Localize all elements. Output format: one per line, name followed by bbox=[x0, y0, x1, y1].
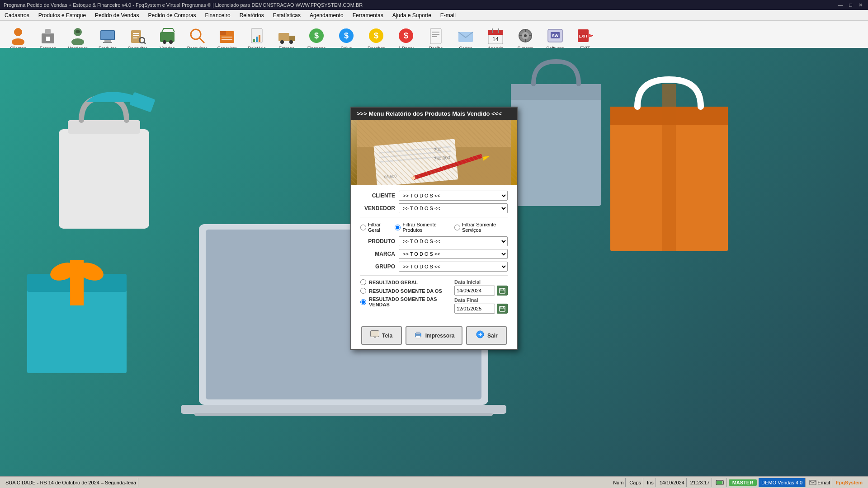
minimize-button[interactable]: — bbox=[836, 2, 844, 8]
caixa-icon: $ bbox=[337, 26, 356, 45]
marca-select[interactable]: >> T O D O S << bbox=[399, 249, 508, 259]
maximize-button[interactable]: □ bbox=[847, 2, 854, 8]
filtrar-servicos-radio[interactable] bbox=[454, 225, 460, 230]
svg-rect-74 bbox=[662, 84, 676, 251]
data-final-calendar-btn[interactable] bbox=[497, 304, 508, 314]
window-controls[interactable]: — □ ✕ bbox=[836, 2, 864, 8]
calendar-icon bbox=[499, 287, 505, 294]
svg-rect-42 bbox=[430, 28, 441, 44]
status-battery bbox=[714, 478, 727, 487]
produtos-icon bbox=[98, 26, 117, 45]
svg-rect-76 bbox=[511, 84, 601, 100]
filtrar-servicos-option[interactable]: Filtrar Somente Serviços bbox=[454, 222, 508, 233]
resultado-os-radio[interactable] bbox=[360, 288, 366, 294]
svg-point-1 bbox=[12, 38, 24, 45]
grupo-row: GRUPO >> T O D O S << bbox=[360, 262, 508, 272]
close-button[interactable]: ✕ bbox=[857, 2, 864, 8]
menu-bar: Cadastros Produtos e Estoque Pedido de V… bbox=[0, 10, 868, 21]
grupo-select[interactable]: >> T O D O S << bbox=[399, 262, 508, 272]
software-icon: SW bbox=[546, 26, 565, 45]
resultado-vendas-radio[interactable] bbox=[360, 299, 366, 305]
resultado-geral-label: RESULTADO GERAL bbox=[369, 280, 418, 285]
svg-rect-29 bbox=[256, 37, 258, 42]
resultado-geral-option[interactable]: RESULTADO GERAL bbox=[360, 279, 447, 285]
receber-icon: $ bbox=[367, 26, 386, 45]
menu-pedido-compras[interactable]: Pedido de Compras bbox=[144, 11, 201, 20]
svg-point-54 bbox=[524, 34, 527, 37]
filter-radio-group: Filtrar Geral Filtrar Somente Produtos F… bbox=[360, 222, 508, 233]
svg-point-0 bbox=[14, 28, 22, 36]
grupo-label: GRUPO bbox=[360, 263, 399, 270]
filtrar-produtos-label: Filtrar Somente Produtos bbox=[402, 222, 449, 233]
menu-ajuda[interactable]: Ajuda e Suporte bbox=[388, 11, 436, 20]
impressora-icon bbox=[414, 330, 423, 341]
svg-point-32 bbox=[280, 40, 284, 44]
sair-button[interactable]: Sair bbox=[466, 326, 507, 345]
resultado-geral-radio[interactable] bbox=[360, 279, 366, 285]
modal-header-image: 300 360,000 86,500 bbox=[351, 120, 517, 185]
data-inicial-calendar-btn[interactable] bbox=[497, 286, 508, 296]
data-inicial-input[interactable] bbox=[454, 286, 495, 296]
svg-rect-31 bbox=[278, 33, 289, 41]
status-right: Num Caps Ins 14/10/2024 21:23:17 MASTER … bbox=[611, 478, 864, 487]
menu-cadastros[interactable]: Cadastros bbox=[0, 11, 34, 20]
filtrar-geral-radio[interactable] bbox=[360, 225, 366, 230]
menu-relatorios[interactable]: Relatórios bbox=[235, 11, 269, 20]
battery-icon bbox=[716, 479, 725, 486]
data-final-input[interactable] bbox=[454, 304, 495, 314]
cartas-icon bbox=[456, 26, 475, 45]
relatorio-icon bbox=[247, 26, 266, 45]
tela-button[interactable]: Tela bbox=[361, 326, 402, 345]
svg-rect-65 bbox=[68, 120, 140, 134]
svg-text:$: $ bbox=[314, 31, 319, 40]
vendedor-row: VENDEDOR >> T O D O S << bbox=[360, 203, 508, 213]
menu-email[interactable]: E-mail bbox=[436, 11, 460, 20]
status-master-badge: MASTER bbox=[729, 479, 757, 486]
cliente-select[interactable]: >> T O D O S << bbox=[399, 191, 508, 201]
status-fpqsystem: FpqSystem bbox=[834, 478, 864, 487]
marca-label: MARCA bbox=[360, 251, 399, 257]
filtrar-produtos-radio[interactable] bbox=[395, 225, 401, 230]
menu-produtos-estoque[interactable]: Produtos e Estoque bbox=[34, 11, 90, 20]
filtrar-geral-option[interactable]: Filtrar Geral bbox=[360, 222, 389, 233]
menu-agendamento[interactable]: Agendamento bbox=[305, 11, 348, 20]
svg-text:$: $ bbox=[374, 31, 378, 40]
background-scene: >>> Menu Relatório dos Produtos Mais Ven… bbox=[0, 48, 868, 488]
menu-ferramentas[interactable]: Ferramentas bbox=[348, 11, 388, 20]
svg-rect-10 bbox=[104, 40, 111, 42]
calendar-icon-2 bbox=[499, 305, 505, 312]
menu-pedido-vendas[interactable]: Pedido de Vendas bbox=[90, 11, 143, 20]
email-icon bbox=[809, 480, 816, 485]
svg-rect-30 bbox=[259, 35, 260, 42]
svg-line-17 bbox=[144, 42, 146, 44]
menu-financeiro[interactable]: Financeiro bbox=[201, 11, 235, 20]
impressora-button[interactable]: Impressora bbox=[406, 326, 463, 345]
svg-rect-80 bbox=[194, 413, 493, 416]
svg-text:SW: SW bbox=[552, 33, 559, 38]
modal-footer: Tela Impressora bbox=[351, 322, 517, 349]
title-bar: Programa Pedido de Vendas + Estoque & Fi… bbox=[0, 0, 868, 10]
svg-rect-112 bbox=[723, 481, 724, 484]
resultado-vendas-option[interactable]: RESULTADO SOMENTE DAS VENDAS bbox=[360, 296, 447, 307]
impressora-label: Impressora bbox=[425, 333, 455, 339]
suporte-icon bbox=[516, 26, 535, 45]
filtrar-produtos-option[interactable]: Filtrar Somente Produtos bbox=[395, 222, 449, 233]
svg-rect-66 bbox=[129, 92, 155, 112]
produto-select[interactable]: >> T O D O S << bbox=[399, 236, 508, 246]
resultado-os-option[interactable]: RESULTADO SOMENTE DA OS bbox=[360, 288, 447, 294]
sair-icon bbox=[476, 330, 485, 341]
a-pagar-icon: $ bbox=[396, 26, 415, 45]
image-overlay bbox=[351, 120, 517, 185]
svg-point-6 bbox=[71, 38, 84, 45]
cliente-label: CLIENTE bbox=[360, 192, 399, 199]
vendas-icon bbox=[158, 26, 177, 45]
svg-rect-114 bbox=[810, 480, 816, 485]
menu-estatisticas[interactable]: Estatísticas bbox=[269, 11, 305, 20]
svg-rect-105 bbox=[374, 337, 376, 338]
resultado-vendas-label: RESULTADO SOMENTE DAS VENDAS bbox=[369, 296, 447, 307]
modal-dialog: >>> Menu Relatório dos Produtos Mais Ven… bbox=[350, 107, 518, 350]
consultar2-icon bbox=[217, 26, 236, 45]
vendedor-select[interactable]: >> T O D O S << bbox=[399, 203, 508, 213]
svg-line-22 bbox=[199, 38, 204, 43]
svg-rect-7 bbox=[75, 30, 80, 33]
